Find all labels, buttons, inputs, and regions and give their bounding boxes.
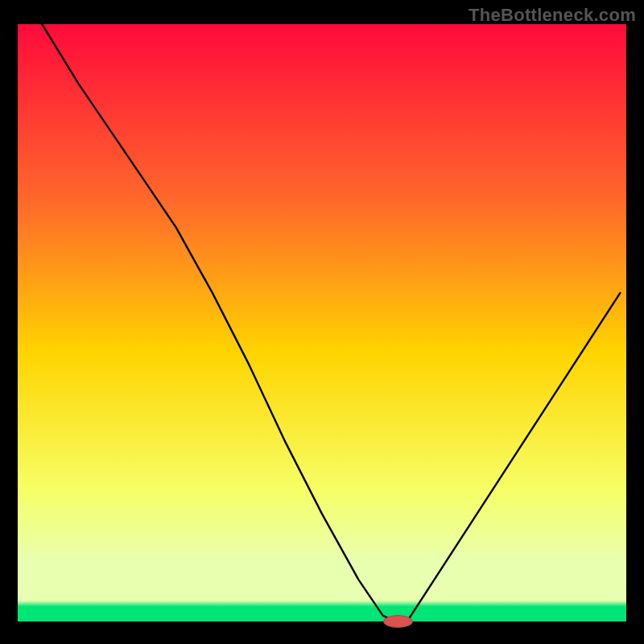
plot-background (18, 24, 626, 621)
bottleneck-chart: TheBottleneck.com (0, 0, 644, 644)
watermark-label: TheBottleneck.com (469, 5, 636, 26)
chart-canvas (0, 0, 644, 644)
optimal-marker (383, 616, 412, 628)
